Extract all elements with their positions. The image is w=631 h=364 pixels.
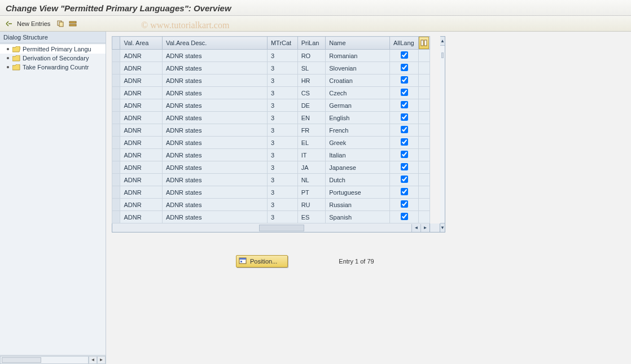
cell-name[interactable]: Japanese bbox=[326, 161, 390, 174]
position-button[interactable]: Position... bbox=[236, 255, 288, 267]
cell-mtrcat[interactable]: 3 bbox=[267, 99, 297, 112]
sidebar-hscroll[interactable]: ◄ ► bbox=[0, 355, 106, 364]
cell-val-area[interactable]: ADNR bbox=[120, 186, 162, 199]
table-scroll-up-icon[interactable]: ▲ bbox=[440, 37, 445, 46]
alllang-checkbox[interactable] bbox=[401, 76, 408, 84]
cell-val-area[interactable]: ADNR bbox=[120, 50, 162, 62]
cell-prilan[interactable]: HR bbox=[297, 74, 326, 87]
cell-name[interactable]: Russian bbox=[326, 199, 390, 211]
cell-mtrcat[interactable]: 3 bbox=[267, 74, 297, 87]
row-selector[interactable] bbox=[112, 50, 120, 62]
row-selector[interactable] bbox=[112, 199, 120, 211]
cell-mtrcat[interactable]: 3 bbox=[267, 186, 297, 199]
table-scroll-right-icon[interactable]: ► bbox=[420, 224, 430, 232]
cell-val-area[interactable]: ADNR bbox=[120, 211, 162, 223]
cell-val-area-desc[interactable]: ADNR states bbox=[162, 174, 267, 186]
cell-alllang[interactable] bbox=[389, 199, 418, 211]
cell-prilan[interactable]: FR bbox=[297, 124, 326, 137]
cell-name[interactable]: Greek bbox=[326, 137, 390, 149]
cell-name[interactable]: Czech bbox=[326, 87, 390, 99]
cell-mtrcat[interactable]: 3 bbox=[267, 50, 297, 62]
cell-alllang[interactable] bbox=[389, 174, 418, 186]
alllang-checkbox[interactable] bbox=[401, 176, 408, 183]
cell-name[interactable]: Spanish bbox=[326, 211, 390, 223]
alllang-checkbox[interactable] bbox=[401, 163, 408, 170]
cell-prilan[interactable]: RO bbox=[297, 50, 326, 62]
cell-prilan[interactable]: IT bbox=[297, 149, 326, 161]
cell-prilan[interactable]: JA bbox=[297, 161, 326, 174]
cell-name[interactable]: Portuguese bbox=[326, 186, 390, 199]
row-selector[interactable] bbox=[112, 137, 120, 149]
cell-prilan[interactable]: NL bbox=[297, 174, 326, 186]
cell-prilan[interactable]: RU bbox=[297, 199, 326, 211]
cell-val-area-desc[interactable]: ADNR states bbox=[162, 137, 267, 149]
cell-alllang[interactable] bbox=[389, 186, 418, 199]
cell-mtrcat[interactable]: 3 bbox=[267, 87, 297, 99]
cell-val-area[interactable]: ADNR bbox=[120, 62, 162, 74]
cell-prilan[interactable]: EN bbox=[297, 112, 326, 124]
cell-val-area-desc[interactable]: ADNR states bbox=[162, 99, 267, 112]
cell-name[interactable]: Dutch bbox=[326, 174, 390, 186]
cell-val-area-desc[interactable]: ADNR states bbox=[162, 74, 267, 87]
cell-alllang[interactable] bbox=[389, 112, 418, 124]
configure-columns-icon[interactable] bbox=[419, 37, 429, 49]
row-selector[interactable] bbox=[112, 149, 120, 161]
row-selector[interactable] bbox=[112, 87, 120, 99]
cell-alllang[interactable] bbox=[389, 124, 418, 137]
cell-alllang[interactable] bbox=[389, 137, 418, 149]
cell-name[interactable]: Croatian bbox=[326, 74, 390, 87]
alllang-checkbox[interactable] bbox=[401, 126, 408, 133]
cell-mtrcat[interactable]: 3 bbox=[267, 124, 297, 137]
row-selector[interactable] bbox=[112, 99, 120, 112]
tree-item[interactable]: Derivation of Secondary bbox=[0, 54, 106, 63]
cell-name[interactable]: Romanian bbox=[326, 50, 390, 62]
alllang-checkbox[interactable] bbox=[401, 188, 408, 195]
cell-val-area[interactable]: ADNR bbox=[120, 74, 162, 87]
cell-prilan[interactable]: SL bbox=[297, 62, 326, 74]
toggle-icon[interactable] bbox=[5, 19, 14, 28]
cell-mtrcat[interactable]: 3 bbox=[267, 199, 297, 211]
cell-val-area-desc[interactable]: ADNR states bbox=[162, 87, 267, 99]
cell-mtrcat[interactable]: 3 bbox=[267, 211, 297, 223]
cell-prilan[interactable]: EL bbox=[297, 137, 326, 149]
col-mtrcat[interactable]: MTrCat bbox=[267, 37, 297, 50]
col-name[interactable]: Name bbox=[326, 37, 390, 50]
cell-name[interactable]: French bbox=[326, 124, 390, 137]
cell-prilan[interactable]: CS bbox=[297, 87, 326, 99]
cell-prilan[interactable]: ES bbox=[297, 211, 326, 223]
cell-alllang[interactable] bbox=[389, 211, 418, 223]
cell-alllang[interactable] bbox=[389, 99, 418, 112]
cell-name[interactable]: Italian bbox=[326, 149, 390, 161]
new-entries-button[interactable]: New Entries bbox=[17, 20, 50, 27]
alllang-checkbox[interactable] bbox=[401, 89, 408, 96]
row-selector[interactable] bbox=[112, 211, 120, 223]
alllang-checkbox[interactable] bbox=[401, 64, 408, 71]
alllang-checkbox[interactable] bbox=[401, 200, 408, 208]
cell-mtrcat[interactable]: 3 bbox=[267, 149, 297, 161]
cell-alllang[interactable] bbox=[389, 62, 418, 74]
tree-item[interactable]: Permitted Primary Langu bbox=[0, 45, 106, 54]
cell-mtrcat[interactable]: 3 bbox=[267, 112, 297, 124]
scroll-right-icon[interactable]: ► bbox=[97, 356, 106, 364]
table-hscroll[interactable]: ◄ ► bbox=[112, 223, 430, 233]
alllang-checkbox[interactable] bbox=[401, 213, 408, 220]
alllang-checkbox[interactable] bbox=[401, 51, 408, 59]
cell-val-area-desc[interactable]: ADNR states bbox=[162, 62, 267, 74]
copy-icon[interactable] bbox=[56, 19, 65, 28]
row-selector[interactable] bbox=[112, 174, 120, 186]
cell-val-area[interactable]: ADNR bbox=[120, 149, 162, 161]
cell-val-area[interactable]: ADNR bbox=[120, 87, 162, 99]
cell-name[interactable]: German bbox=[326, 99, 390, 112]
tree-item[interactable]: Take Forwarding Countr bbox=[0, 63, 106, 72]
table-scroll-down-icon[interactable]: ▼ bbox=[440, 223, 445, 232]
cell-alllang[interactable] bbox=[389, 74, 418, 87]
cell-name[interactable]: English bbox=[326, 112, 390, 124]
table-vscroll[interactable]: ▲ ▼ bbox=[440, 36, 445, 233]
cell-prilan[interactable]: DE bbox=[297, 99, 326, 112]
row-selector[interactable] bbox=[112, 74, 120, 87]
row-selector[interactable] bbox=[112, 112, 120, 124]
cell-val-area[interactable]: ADNR bbox=[120, 124, 162, 137]
cell-alllang[interactable] bbox=[389, 50, 418, 62]
cell-val-area-desc[interactable]: ADNR states bbox=[162, 199, 267, 211]
alllang-checkbox[interactable] bbox=[401, 101, 408, 108]
